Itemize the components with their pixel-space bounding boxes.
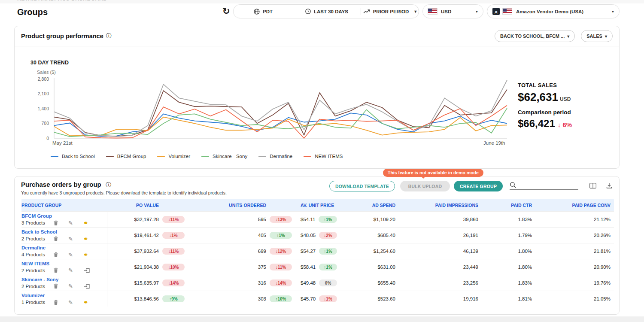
link-icon[interactable]: [83, 251, 98, 258]
comparison-filter[interactable]: PRIOR PERIOD: [361, 5, 419, 18]
legend-item-volumizer[interactable]: Volumizer: [157, 154, 190, 159]
legend-item-dermafine[interactable]: Dermafine: [258, 154, 292, 159]
chart-title: 30 DAY TREND: [30, 60, 69, 66]
metric-filter-dropdown[interactable]: SALES: [581, 30, 613, 42]
columns-icon[interactable]: [589, 182, 596, 190]
group-link[interactable]: Dermafine: [21, 245, 46, 250]
delta-badge: ↓11%: [162, 216, 185, 223]
edit-icon[interactable]: [68, 267, 83, 273]
delete-icon[interactable]: [53, 267, 68, 273]
move-group-icon[interactable]: [83, 268, 98, 273]
timezone-filter[interactable]: PDT: [234, 5, 293, 18]
info-icon[interactable]: [106, 182, 111, 188]
refresh-icon[interactable]: [222, 6, 230, 16]
us-flag-icon: [503, 9, 512, 14]
clock-icon: [305, 9, 311, 14]
currency-select[interactable]: USD: [422, 4, 483, 18]
delta-badge: ↓13%: [270, 216, 292, 223]
link-icon[interactable]: [83, 235, 98, 242]
page-title: Groups: [17, 7, 48, 17]
move-group-icon[interactable]: [83, 284, 98, 289]
col-paid-impressions[interactable]: PAID IMPRESSIONS: [425, 203, 502, 208]
col-units-ordered[interactable]: UNITS ORDERED: [208, 203, 301, 208]
table-row: NEW ITEMS 2 Products $21,904.38↓10% 375↓…: [21, 259, 614, 275]
date-range-filter[interactable]: LAST 30 DAYS: [293, 5, 361, 18]
legend-item-skincare-sony[interactable]: Skincare - Sony: [201, 154, 247, 159]
link-icon[interactable]: [83, 219, 98, 226]
metric-filter-value: SALES: [586, 33, 602, 39]
globe-icon: [254, 9, 260, 15]
delta-badge: ↓11%: [162, 248, 185, 255]
amazon-logo-icon: [492, 8, 500, 15]
col-product-group[interactable]: PRODUCT GROUP: [21, 203, 107, 208]
x-axis-end-label: June 19th: [483, 140, 505, 146]
delta-badge: ↓2%: [319, 232, 337, 239]
purchase-orders-card: Purchase orders by group You currently h…: [14, 176, 620, 315]
group-link[interactable]: NEW ITEMS: [21, 261, 49, 266]
col-paid-page-conv[interactable]: PAID PAGE CONV: [549, 203, 614, 208]
group-link[interactable]: BFCM Group: [21, 213, 52, 219]
total-sales-value: $62,631: [518, 91, 558, 103]
legend-item-back-to-school[interactable]: Back to School: [51, 154, 95, 159]
legend-item-bfcm-group[interactable]: BFCM Group: [106, 154, 146, 159]
comparison-delta: ↓ 6%: [558, 121, 572, 128]
info-icon[interactable]: [106, 32, 112, 40]
tooltip-arrow: [421, 176, 425, 181]
legend-swatch: [304, 156, 311, 157]
create-group-button[interactable]: CREATE GROUP: [454, 181, 503, 191]
chevron-down-icon: [476, 9, 478, 14]
filter-bar: PDT LAST 30 DAYS PRIOR PERIOD: [233, 4, 419, 18]
col-paid-ctr[interactable]: PAID CTR: [502, 203, 549, 208]
link-icon[interactable]: [83, 299, 98, 306]
download-template-button[interactable]: DOWNLOAD TEMPLATE: [329, 181, 395, 191]
group-link[interactable]: Back to School: [21, 229, 57, 234]
table-row: Skincare - Sony 2 Products $15,635.97↓14…: [21, 275, 614, 291]
edit-icon[interactable]: [68, 252, 83, 258]
products-count: 2 Products: [21, 268, 53, 273]
search-input[interactable]: [519, 182, 574, 188]
edit-icon[interactable]: [68, 220, 83, 226]
date-range-label: LAST 30 DAYS: [314, 9, 348, 14]
legend-swatch: [51, 156, 58, 157]
download-icon[interactable]: [606, 182, 612, 190]
edit-icon[interactable]: [68, 299, 83, 306]
us-flag-icon: [428, 9, 437, 14]
col-po-value[interactable]: PO VALUE: [107, 203, 208, 208]
delta-badge: ↓12%: [270, 248, 292, 255]
trend-chart: 07001,4002,1002,800: [54, 78, 507, 140]
delta-badge: ↑10%: [270, 295, 292, 302]
delete-icon[interactable]: [53, 283, 68, 289]
legend-swatch: [157, 156, 165, 157]
delete-icon[interactable]: [53, 252, 68, 258]
bulk-upload-button[interactable]: BULK UPLOAD: [400, 181, 450, 191]
cropped-header-text: RETAIL ANALYTICS DASHBOARD: [17, 0, 107, 2]
delta-badge: ↑1%: [319, 216, 337, 223]
products-count: 1 Products: [21, 300, 53, 305]
profile-label: Amazon Vendor Demo (USA): [516, 9, 583, 14]
chevron-down-icon: [567, 34, 569, 39]
totals-panel: TOTAL SALES $62,631USD Comparison period…: [518, 82, 617, 130]
delta-badge: ↓1%: [319, 295, 337, 302]
card-title: Product group performance: [21, 33, 103, 39]
delete-icon[interactable]: [53, 236, 68, 242]
edit-icon[interactable]: [68, 236, 83, 242]
col-ad-spend[interactable]: AD SPEND: [365, 203, 425, 208]
col-av-unit-price[interactable]: AV. UNIT PRICE: [301, 203, 365, 208]
timezone-label: PDT: [263, 9, 273, 14]
group-link[interactable]: Volumizer: [21, 293, 45, 298]
delete-icon[interactable]: [53, 300, 68, 305]
demo-mode-tooltip: This feature is not available in demo mo…: [383, 169, 483, 177]
profile-select[interactable]: Amazon Vendor Demo (USA): [487, 4, 620, 18]
comparison-label: PRIOR PERIOD: [373, 9, 409, 14]
comparison-value: $66,421: [518, 118, 555, 129]
legend-item-new-items[interactable]: NEW ITEMS: [304, 154, 343, 159]
edit-icon[interactable]: [68, 283, 83, 289]
delta-badge: ↑1%: [270, 232, 292, 239]
group-link[interactable]: Skincare - Sony: [21, 277, 58, 282]
group-filter-dropdown[interactable]: BACK TO SCHOOL, BFCM ...: [495, 30, 575, 42]
y-axis-tick: 2,800: [38, 76, 49, 82]
table-row: Back to School 2 Products $19,461.42↓1% …: [21, 227, 614, 243]
products-count: 2 Products: [21, 284, 53, 289]
chart-legend: Back to SchoolBFCM GroupVolumizerSkincar…: [51, 154, 343, 159]
delete-icon[interactable]: [53, 220, 68, 226]
